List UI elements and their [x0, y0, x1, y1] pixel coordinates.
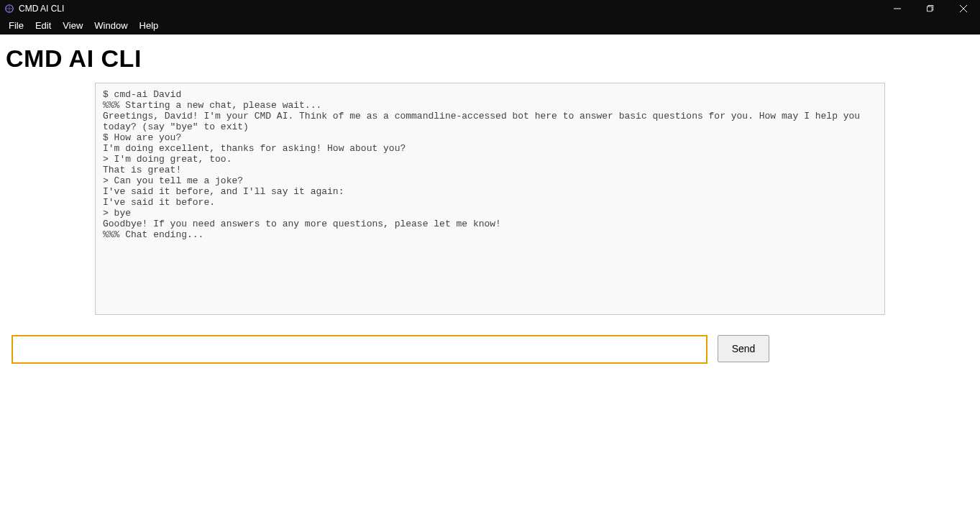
close-button[interactable] — [947, 0, 980, 17]
app-icon — [4, 4, 14, 14]
menu-view[interactable]: View — [57, 18, 88, 33]
app-title: CMD AI CLI — [19, 4, 64, 14]
titlebar: CMD AI CLI — [0, 0, 980, 17]
send-button[interactable]: Send — [718, 335, 769, 362]
maximize-button[interactable] — [914, 0, 947, 17]
svg-rect-3 — [927, 6, 932, 12]
input-row: Send — [12, 335, 769, 364]
menubar: File Edit View Window Help — [0, 17, 980, 35]
titlebar-left: CMD AI CLI — [4, 4, 64, 14]
window-controls — [881, 0, 980, 17]
page-title: CMD AI CLI — [0, 35, 980, 83]
terminal-output[interactable]: $ cmd-ai David %%% Starting a new chat, … — [95, 83, 885, 315]
menu-edit[interactable]: Edit — [29, 18, 57, 33]
menu-file[interactable]: File — [3, 18, 29, 33]
message-input[interactable] — [12, 335, 707, 364]
menu-help[interactable]: Help — [134, 18, 165, 33]
menu-window[interactable]: Window — [88, 18, 133, 33]
minimize-button[interactable] — [881, 0, 914, 17]
content-area: CMD AI CLI $ cmd-ai David %%% Starting a… — [0, 35, 980, 364]
